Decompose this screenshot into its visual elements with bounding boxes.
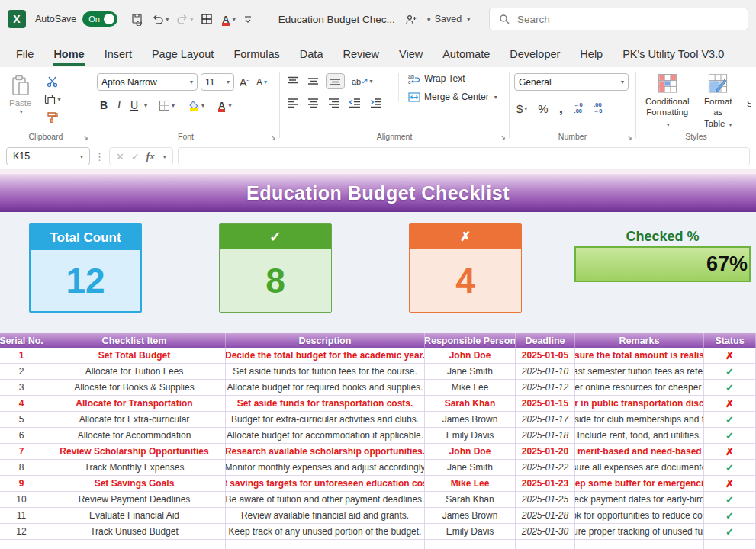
cell-serial[interactable]: 8 [0, 460, 43, 476]
menu-tab-file[interactable]: File [6, 42, 43, 67]
cell-serial[interactable]: 4 [0, 396, 43, 412]
table-row[interactable]: 5 Allocate for Extra-curricular Budget f… [0, 412, 756, 428]
cut-icon[interactable] [42, 75, 63, 89]
cell-remarks[interactable]: side for club memberships and t [575, 412, 704, 428]
cell-status[interactable]: ✗ [704, 444, 756, 460]
formula-input[interactable] [178, 147, 750, 165]
cell-serial[interactable]: 6 [0, 428, 43, 444]
font-dialog-launcher-icon[interactable]: ↘ [270, 133, 276, 141]
cell-remarks[interactable]: eep some buffer for emergencie [575, 476, 704, 492]
document-title[interactable]: Education Budget Chec... [278, 14, 395, 25]
fx-dropdown-icon[interactable]: ▾ [163, 153, 166, 160]
cell-item[interactable]: Review Payment Deadlines [43, 492, 226, 508]
cell-serial[interactable]: 7 [0, 444, 43, 460]
save-icon[interactable] [128, 11, 147, 28]
cell-status[interactable]: ✓ [704, 492, 756, 508]
name-box[interactable]: K15 ▾ [6, 147, 90, 165]
cell-serial[interactable] [0, 540, 43, 549]
autosave-toggle[interactable]: On [82, 11, 117, 27]
cell-deadline[interactable] [516, 540, 575, 549]
cell-description[interactable]: Be aware of tuition and other payment de… [226, 492, 425, 508]
cell-remarks[interactable]: ure proper tracking of unused fur [575, 524, 704, 540]
cell-deadline[interactable]: 2025-01-30 [516, 524, 575, 540]
font-color-quick-icon[interactable]: A ▾ [217, 11, 238, 27]
cell-serial[interactable]: 1 [0, 348, 43, 364]
cell-remarks[interactable]: ast semester tuition fees as refer [575, 364, 704, 380]
cell-description[interactable]: Review available financial aid and grant… [226, 508, 425, 524]
cell-status[interactable]: ✓ [704, 460, 756, 476]
orientation-icon[interactable]: ab↗▾ [349, 75, 375, 88]
cell-item[interactable]: Allocate for Transportation [43, 396, 226, 412]
cell-serial[interactable]: 3 [0, 380, 43, 396]
cell-remarks[interactable]: Include rent, food, and utilities. [575, 428, 704, 444]
menu-tab-help[interactable]: Help [570, 42, 613, 67]
cell-status[interactable]: ✓ [704, 428, 756, 444]
column-header[interactable]: Remarks [575, 333, 704, 348]
alignment-dialog-launcher-icon[interactable]: ↘ [500, 133, 506, 141]
currency-format-icon[interactable]: $▾ [514, 101, 529, 117]
cell-person[interactable] [425, 540, 516, 549]
menu-tab-review[interactable]: Review [333, 42, 389, 67]
saved-status[interactable]: • Saved ▾ [427, 13, 470, 25]
bold-button[interactable]: B [97, 98, 111, 113]
format-painter-icon[interactable] [42, 110, 63, 124]
cell-item[interactable] [43, 540, 226, 549]
number-format-select[interactable]: General▾ [514, 73, 629, 91]
copy-icon[interactable]: ▾ [42, 92, 63, 107]
font-color-icon[interactable]: A ▾ [214, 98, 233, 113]
merge-center-button[interactable]: Merge & Center ▾ [408, 92, 497, 102]
top-align-icon[interactable] [285, 75, 301, 88]
cell-status[interactable]: ✓ [704, 412, 756, 428]
cell-serial[interactable]: 5 [0, 412, 43, 428]
cell-description[interactable]: et savings targets for unforeseen educat… [226, 476, 425, 492]
cell-status[interactable]: ✓ [704, 380, 756, 396]
comma-format-icon[interactable]: , [557, 98, 565, 118]
cell-person[interactable]: James Brown [425, 508, 516, 524]
menu-tab-developer[interactable]: Developer [500, 42, 570, 67]
menu-tab-data[interactable]: Data [290, 42, 333, 67]
column-header[interactable]: Deadline [516, 333, 575, 348]
cell-item[interactable]: Allocate for Books & Supplies [43, 380, 226, 396]
cell-status[interactable]: ✗ [704, 476, 756, 492]
excel-logo-icon[interactable]: X [8, 10, 26, 28]
column-header[interactable]: Checklist Item [43, 333, 226, 348]
cell-deadline[interactable]: 2025-01-10 [516, 364, 575, 380]
conditional-formatting-button[interactable]: ConditionalFormatting ▾ [641, 73, 694, 129]
cell-description[interactable]: Budget for extra-curricular activities a… [226, 412, 425, 428]
font-name-select[interactable]: Aptos Narrow▾ [97, 73, 198, 91]
cell-deadline[interactable]: 2025-01-12 [516, 380, 575, 396]
cell-deadline[interactable]: 2025-01-28 [516, 508, 575, 524]
insert-function-icon[interactable]: fx [146, 150, 155, 162]
column-header[interactable]: Description [226, 333, 425, 348]
cell-item[interactable]: Set Total Budget [43, 348, 226, 364]
qat-overflow-icon[interactable] [240, 12, 256, 26]
table-row[interactable]: 3 Allocate for Books & Supplies Allocate… [0, 380, 756, 396]
cell-remarks[interactable]: der online resources for cheaper b [575, 380, 704, 396]
table-row[interactable]: 7 Review Scholarship Opportunities Resea… [0, 444, 756, 460]
cell-person[interactable]: Emily Davis [425, 524, 516, 540]
cell-item[interactable]: Evaluate Financial Aid [43, 508, 226, 524]
cell-remarks[interactable]: nsure the total amount is realisti [575, 348, 704, 364]
decrease-decimal-icon[interactable]: .00→0 [591, 101, 605, 117]
cell-description[interactable]: Allocate budget for required books and s… [226, 380, 425, 396]
cell-item[interactable]: Allocate for Tuition Fees [43, 364, 226, 380]
cell-item[interactable]: Review Scholarship Opportunities [43, 444, 226, 460]
wrap-text-button[interactable]: abc Wrap Text [408, 73, 497, 84]
cell-remarks[interactable]: eck payment dates for early-bird [575, 492, 704, 508]
align-center-icon[interactable] [305, 96, 321, 109]
shrink-font-icon[interactable]: A▾ [254, 75, 269, 89]
menu-tab-page-layout[interactable]: Page Layout [142, 42, 224, 67]
cell-deadline[interactable]: 2025-01-20 [516, 444, 575, 460]
undo-button[interactable]: ▾ [149, 11, 172, 27]
cell-item[interactable]: Set Savings Goals [43, 476, 226, 492]
menu-tab-formulas[interactable]: Formulas [224, 42, 289, 67]
cell-description[interactable]: Research available scholarship opportuni… [226, 444, 425, 460]
enter-icon[interactable]: ✓ [131, 151, 140, 162]
table-row[interactable]: 4 Allocate for Transportation Set aside … [0, 396, 756, 412]
cell-deadline[interactable]: 2025-01-17 [516, 412, 575, 428]
font-size-select[interactable]: 11▾ [201, 73, 234, 91]
cell-status[interactable]: ✓ [704, 524, 756, 540]
column-header[interactable]: Serial No. [0, 333, 43, 348]
search-input[interactable]: Search [489, 8, 748, 30]
column-header[interactable]: Status [704, 333, 756, 348]
